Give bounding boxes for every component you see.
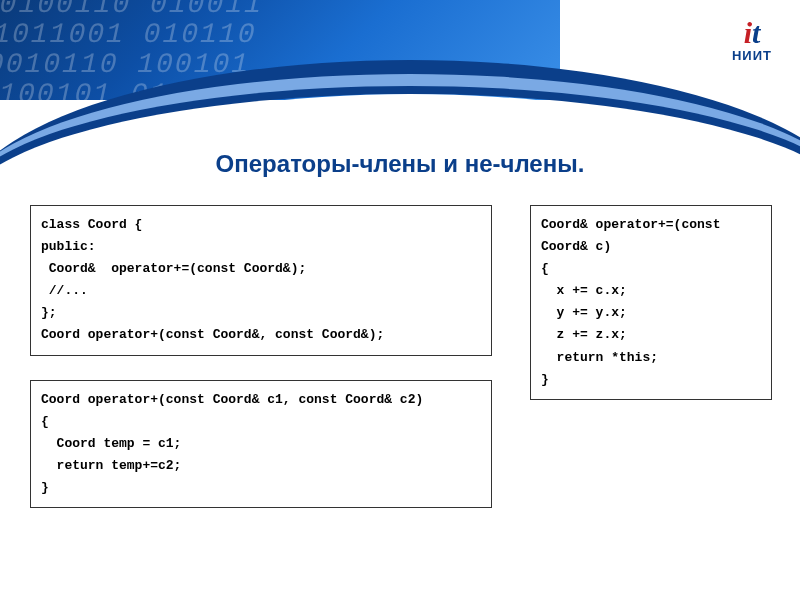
code-operator-plus-impl: Coord operator+(const Coord& c1, const C… bbox=[30, 380, 492, 508]
code-class-declaration: class Coord { public: Coord& operator+=(… bbox=[30, 205, 492, 356]
niit-logo: it НИИТ bbox=[732, 20, 772, 63]
logo-it: it bbox=[732, 20, 772, 46]
slide-title: Операторы-члены и не-члены. bbox=[0, 150, 800, 178]
logo-subtitle: НИИТ bbox=[732, 48, 772, 63]
logo-t: t bbox=[752, 16, 760, 49]
logo-i: i bbox=[744, 16, 752, 49]
code-operator-pluseq-impl: Coord& operator+=(const Coord& c) { x +=… bbox=[530, 205, 772, 400]
slide: 0100110 010011 1011001 010110 0010110 10… bbox=[0, 0, 800, 600]
